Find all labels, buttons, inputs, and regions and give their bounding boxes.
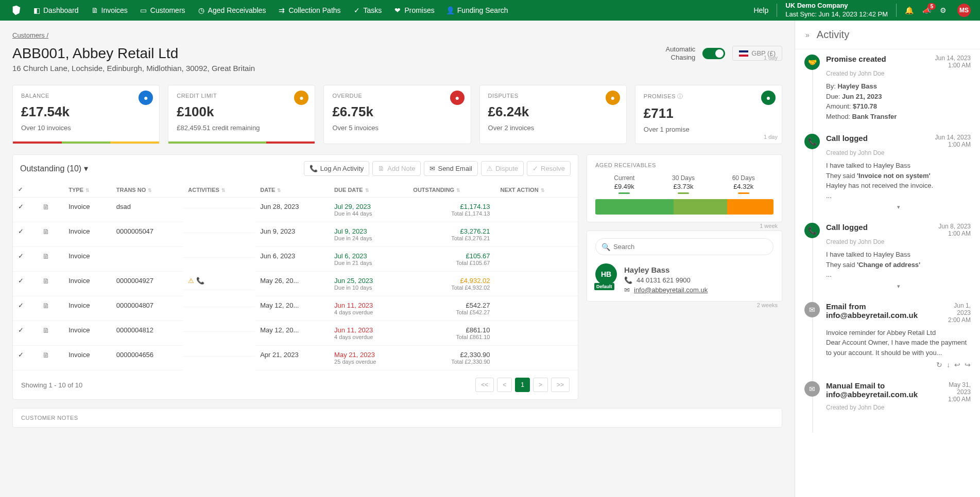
document-icon: 🗎 bbox=[42, 203, 49, 211]
summary-card[interactable]: CREDIT LIMIT●£100k£82,459.51 credit rema… bbox=[168, 85, 315, 144]
page-info: Showing 1 - 10 of 10 bbox=[21, 381, 82, 389]
document-icon: 🗎 bbox=[42, 351, 49, 359]
table-row[interactable]: ✓🗎 InvoicedsadJun 28, 2023 Jul 29, 2023D… bbox=[13, 198, 578, 222]
reply-icon[interactable]: ↻ bbox=[936, 361, 942, 369]
default-badge: Default bbox=[594, 283, 614, 290]
summary-card[interactable]: PROMISES ⓘ●£711Over 1 promise bbox=[635, 85, 782, 144]
dispute-button[interactable]: ⚠ Dispute bbox=[481, 161, 524, 176]
activity-item[interactable]: 📞 Call loggedJun 14, 20231:00 AM Created… bbox=[804, 134, 971, 210]
nav-dashboard[interactable]: ◧Dashboard bbox=[33, 6, 79, 14]
page-1[interactable]: 1 bbox=[515, 378, 530, 392]
mail-icon: ✉ bbox=[804, 381, 820, 397]
handshake-icon: 🤝 bbox=[804, 55, 820, 70]
table-row[interactable]: ✓🗎 Invoice0000004807May 12, 20... Jun 11… bbox=[13, 296, 578, 321]
activity-panel: » Activity 1 day🤝 Promise createdJun 14,… bbox=[795, 21, 980, 497]
page-last[interactable]: >> bbox=[551, 378, 570, 392]
document-icon: 🗎 bbox=[42, 301, 49, 310]
document-icon: 🗎 bbox=[42, 326, 49, 334]
page-next[interactable]: > bbox=[533, 378, 548, 392]
contact-search-input[interactable] bbox=[595, 238, 773, 255]
reply-icon[interactable]: ↓ bbox=[947, 361, 950, 369]
customer-address: 16 Church Lane, Lochside, Edinburgh, Mid… bbox=[12, 64, 255, 73]
contact-email[interactable]: ✉info@abbeyretail.com.uk bbox=[624, 286, 708, 294]
avatar[interactable]: MS bbox=[957, 4, 971, 17]
column-header[interactable]: DATE⇅ bbox=[255, 182, 329, 198]
contact-panel: 🔍 HB Default Hayley Bass 📞44 0131 621 99… bbox=[587, 230, 782, 301]
activity-item[interactable]: ✉ Manual Email to info@abbeyretail.com.u… bbox=[804, 381, 971, 415]
collapse-icon[interactable]: » bbox=[805, 31, 810, 39]
table-row[interactable]: ✓🗎 Invoice0000005047Jun 9, 2023 Jul 9, 2… bbox=[13, 222, 578, 247]
select-all-checkbox[interactable]: ✓ bbox=[13, 182, 37, 198]
column-header[interactable]: DUE DATE⇅ bbox=[329, 182, 408, 198]
aged-bucket[interactable]: Current£9.49k bbox=[614, 174, 634, 194]
aged-bucket[interactable]: 30 Days£3.73k bbox=[672, 174, 695, 194]
activity-item[interactable]: ✉ Email from info@abbeyretail.com.ukJun … bbox=[804, 302, 971, 369]
expand-icon[interactable]: ▾ bbox=[826, 204, 971, 210]
column-header[interactable]: TYPE⇅ bbox=[63, 182, 111, 198]
company-info[interactable]: UK Demo Company Last Sync: Jun 14, 2023 … bbox=[785, 2, 888, 19]
mail-icon: ✉ bbox=[804, 302, 820, 317]
column-header[interactable]: TRANS NO⇅ bbox=[111, 182, 183, 198]
nav-aged[interactable]: ◷Aged Receivables bbox=[198, 6, 266, 14]
breadcrumb[interactable]: Customers / bbox=[12, 31, 48, 39]
activity-item[interactable]: 🤝 Promise createdJun 14, 20231:00 AM Cre… bbox=[804, 55, 971, 121]
search-icon: 🔍 bbox=[601, 243, 610, 251]
document-icon: 🗎 bbox=[42, 252, 49, 260]
document-icon: 🗎 bbox=[42, 227, 49, 236]
nav-promises[interactable]: ❤Promises bbox=[394, 6, 434, 14]
aged-bar bbox=[595, 199, 773, 215]
table-row[interactable]: ✓🗎 Invoice0000004927⚠ 📞May 26, 20... Jun… bbox=[13, 272, 578, 296]
outstanding-panel: Outstanding (10) ▾ 📞 Log An Activity 🗎 A… bbox=[12, 154, 578, 400]
outstanding-dropdown[interactable]: Outstanding (10) ▾ bbox=[20, 164, 88, 173]
column-header[interactable]: NEXT ACTION⇅ bbox=[495, 182, 578, 198]
phone-icon: 📞 bbox=[624, 276, 632, 284]
table-row[interactable]: ✓🗎 Invoice0000004812May 12, 20... Jun 11… bbox=[13, 321, 578, 346]
column-header[interactable]: OUTSTANDING⇅ bbox=[408, 182, 495, 198]
megaphone-icon[interactable]: 📣5 bbox=[922, 6, 932, 14]
add-note-button[interactable]: 🗎 Add Note bbox=[372, 161, 421, 176]
customer-notes-panel[interactable]: CUSTOMER NOTES bbox=[12, 408, 782, 428]
navbar: ◧Dashboard 🗎Invoices ▭Customers ◷Aged Re… bbox=[0, 0, 980, 21]
help-link[interactable]: Help bbox=[753, 6, 768, 14]
contact-name: Hayley Bass bbox=[624, 265, 708, 274]
nav-collection[interactable]: ⇉Collection Paths bbox=[278, 6, 340, 14]
nav-funding[interactable]: 👤Funding Search bbox=[447, 6, 508, 14]
contact-phone[interactable]: 📞44 0131 621 9900 bbox=[624, 276, 708, 284]
bell-icon[interactable]: 🔔 bbox=[905, 6, 914, 14]
reply-icon[interactable]: ↩ bbox=[954, 361, 960, 369]
column-header[interactable]: ACTIVITIES⇅ bbox=[183, 182, 255, 198]
aged-title: AGED RECEIVABLES bbox=[595, 162, 773, 168]
aged-bucket[interactable]: 60 Days£4.32k bbox=[732, 174, 755, 194]
page-first[interactable]: << bbox=[475, 378, 494, 392]
customer-title: ABB001, Abbey Retail Ltd bbox=[12, 45, 255, 62]
expand-icon[interactable]: ▾ bbox=[826, 283, 971, 290]
aged-receivables-panel: AGED RECEIVABLES Current£9.49k30 Days£3.… bbox=[587, 154, 782, 222]
uk-flag-icon bbox=[739, 50, 748, 57]
document-icon: 🗎 bbox=[42, 277, 49, 285]
summary-card[interactable]: BALANCE●£17.54kOver 10 invoices bbox=[12, 85, 160, 144]
summary-cards: BALANCE●£17.54kOver 10 invoicesCREDIT LI… bbox=[12, 85, 782, 144]
resolve-button[interactable]: ✓ Resolve bbox=[527, 161, 571, 176]
activity-title: Activity bbox=[817, 29, 849, 41]
contact-avatar[interactable]: HB Default bbox=[595, 263, 617, 285]
pagination: << < 1 > >> bbox=[475, 378, 570, 392]
send-email-button[interactable]: ✉ Send Email bbox=[424, 161, 477, 176]
brand-logo[interactable] bbox=[9, 3, 24, 17]
mail-icon: ✉ bbox=[624, 286, 630, 294]
activity-item[interactable]: 📞 Call loggedJun 8, 20231:00 AM Created … bbox=[804, 223, 971, 290]
gear-icon[interactable]: ⚙ bbox=[940, 6, 949, 14]
log-activity-button[interactable]: 📞 Log An Activity bbox=[304, 161, 370, 176]
nav-customers[interactable]: ▭Customers bbox=[140, 6, 185, 14]
forward-icon[interactable]: ↪ bbox=[965, 361, 971, 369]
summary-card[interactable]: OVERDUE●£6.75kOver 5 invoices bbox=[323, 85, 471, 144]
table-row[interactable]: ✓🗎 Invoice0000004656Apr 21, 2023 May 21,… bbox=[13, 346, 578, 370]
table-row[interactable]: ✓🗎 InvoiceJun 6, 2023 Jul 6, 2023Due in … bbox=[13, 247, 578, 272]
nav-invoices[interactable]: 🗎Invoices bbox=[91, 6, 128, 14]
invoices-table: ✓ TYPE⇅TRANS NO⇅ACTIVITIES⇅DATE⇅DUE DATE… bbox=[13, 182, 578, 370]
nav-tasks[interactable]: ✓Tasks bbox=[353, 6, 382, 14]
nav-links: ◧Dashboard 🗎Invoices ▭Customers ◷Aged Re… bbox=[33, 6, 753, 14]
phone-icon: 📞 bbox=[804, 134, 820, 149]
page-prev[interactable]: < bbox=[497, 378, 512, 392]
auto-chase-toggle[interactable] bbox=[702, 48, 725, 59]
summary-card[interactable]: DISPUTES●£6.24kOver 2 invoices bbox=[479, 85, 627, 144]
